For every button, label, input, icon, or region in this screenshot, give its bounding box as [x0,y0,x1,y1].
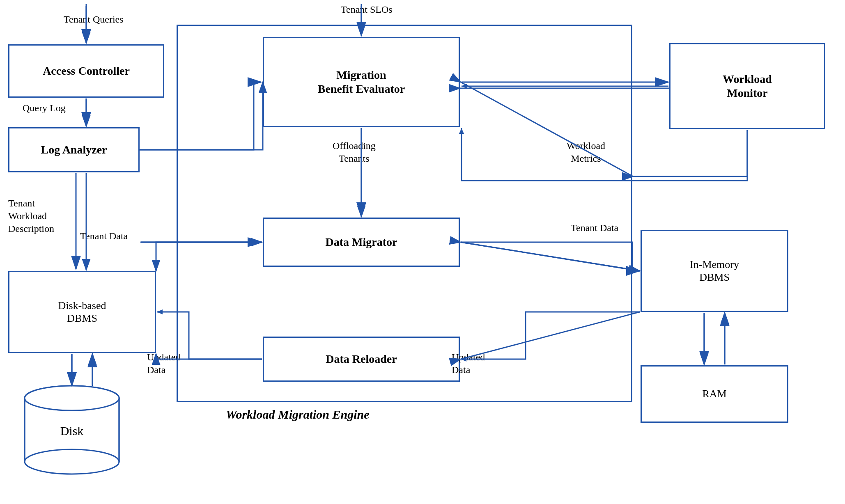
svg-marker-24 [157,309,163,314]
updated-data-right-label: UpdatedData [452,351,485,376]
svg-marker-22 [462,84,467,89]
wm-label: WorkloadMonitor [723,72,772,100]
svg-point-6 [25,386,119,410]
access-controller-label: Access Controller [43,64,130,78]
disk-cylinder: Disk [21,382,123,476]
inmemory-dbms-box: In-MemoryDBMS [641,230,788,312]
diagram-container: { "title": "Workload Migration Architect… [0,0,845,504]
data-reloader-box: Data Reloader [263,337,460,382]
svg-marker-23 [459,128,464,134]
updated-data-left-label: UpdatedData [147,351,180,376]
tenant-queries-label: Tenant Queries [64,13,124,26]
ram-label: RAM [702,387,726,400]
tenant-workload-desc-label: TenantWorkloadDescription [8,197,54,236]
migration-benefit-evaluator-box: MigrationBenefit Evaluator [263,37,460,127]
access-controller-box: Access Controller [8,44,164,98]
ram-box: RAM [641,365,788,423]
disk-dbms-box: Disk-basedDBMS [8,271,156,353]
inmemory-dbms-label: In-MemoryDBMS [690,258,739,284]
mbe-label: MigrationBenefit Evaluator [318,68,405,96]
tenant-data-left-label: Tenant Data [80,230,128,243]
wme-label: Workload Migration Engine [226,406,370,422]
dm-label: Data Migrator [326,235,397,249]
offloading-tenants-label: OffloadingTenants [333,140,376,165]
disk-dbms-label: Disk-basedDBMS [58,299,106,325]
tenant-slos-label: Tenant SLOs [341,3,393,16]
svg-point-2 [25,449,119,474]
workload-monitor-box: WorkloadMonitor [669,43,825,129]
tenant-data-right-label: Tenant Data [571,222,618,234]
log-analyzer-label: Log Analyzer [41,143,107,157]
dr-label: Data Reloader [326,352,397,366]
data-migrator-box: Data Migrator [263,218,460,267]
log-analyzer-box: Log Analyzer [8,127,140,172]
workload-metrics-label: WorkloadMetrics [567,140,605,165]
query-log-label: Query Log [23,102,66,115]
svg-text:Disk: Disk [60,424,84,438]
